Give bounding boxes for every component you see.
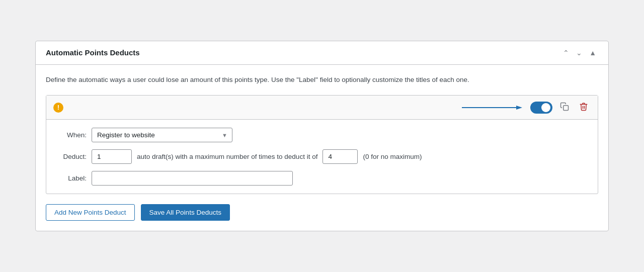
when-field-row: When: Register to website Login to websi… <box>56 128 588 142</box>
deduct-input[interactable]: 1 <box>92 149 132 164</box>
label-label: Label: <box>56 174 87 182</box>
label-input[interactable] <box>92 171 293 186</box>
panel-header-controls: ⌃ ⌄ ▲ <box>561 48 598 57</box>
panel-body: Define the automatic ways a user could l… <box>36 65 608 231</box>
deduct-label: Deduct: <box>56 153 87 160</box>
row-header-right <box>462 101 591 114</box>
arrow-line <box>462 104 522 112</box>
deduct-description: auto draft(s) with a maximum number of t… <box>137 153 317 160</box>
arrow-svg <box>462 104 522 112</box>
deduct-row-body: When: Register to website Login to websi… <box>46 120 598 194</box>
when-label: When: <box>56 131 87 139</box>
warning-icon: ! <box>53 103 63 113</box>
chevron-down-button[interactable]: ⌄ <box>574 48 584 57</box>
automatic-points-deducts-panel: Automatic Points Deducts ⌃ ⌄ ▲ Define th… <box>35 41 609 231</box>
toggle-switch[interactable] <box>530 102 552 114</box>
chevron-up-button[interactable]: ⌃ <box>561 48 571 57</box>
when-select-wrapper: Register to website Login to website Pur… <box>92 128 232 142</box>
max-note: (0 for no maximum) <box>363 153 422 160</box>
trash-icon <box>579 102 588 111</box>
svg-marker-1 <box>516 106 522 110</box>
panel-header: Automatic Points Deducts ⌃ ⌄ ▲ <box>36 41 608 65</box>
toggle-slider <box>530 102 552 114</box>
svg-rect-2 <box>564 106 569 111</box>
description-text: Define the automatic ways a user could l… <box>46 75 598 85</box>
deduct-row-header: ! <box>46 96 598 120</box>
panel-title: Automatic Points Deducts <box>46 48 140 57</box>
deduct-row: ! <box>46 95 598 194</box>
label-field-row: Label: <box>56 171 588 186</box>
copy-button[interactable] <box>557 101 572 114</box>
save-all-points-deducts-button[interactable]: Save All Points Deducts <box>141 204 230 221</box>
copy-icon <box>560 102 569 111</box>
actions-row: Add New Points Deduct Save All Points De… <box>46 204 598 221</box>
deduct-field-row: Deduct: 1 auto draft(s) with a maximum n… <box>56 149 588 164</box>
when-select[interactable]: Register to website Login to website Pur… <box>92 128 232 142</box>
add-new-points-deduct-button[interactable]: Add New Points Deduct <box>46 204 135 221</box>
delete-button[interactable] <box>577 101 591 114</box>
max-input[interactable]: 4 <box>323 149 358 164</box>
sort-up-button[interactable]: ▲ <box>587 48 598 57</box>
